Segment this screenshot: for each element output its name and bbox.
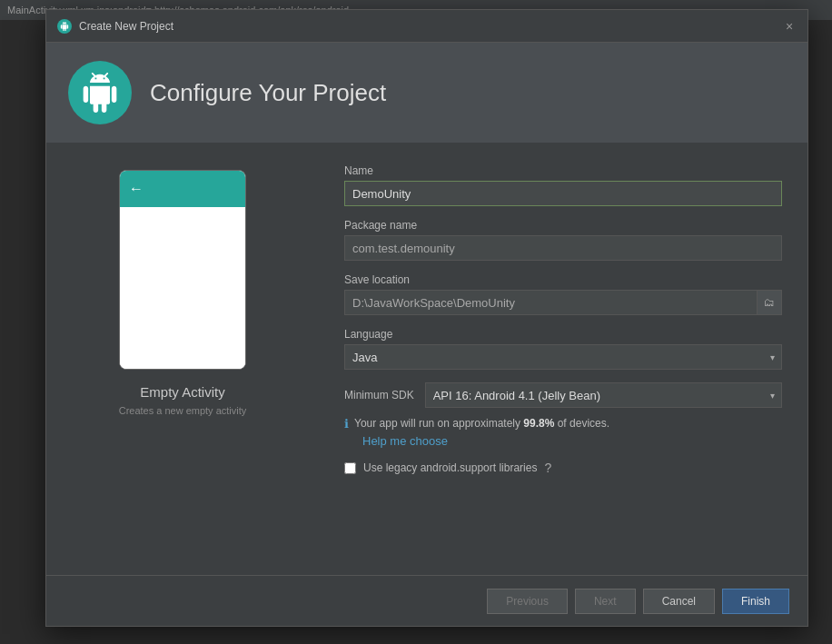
configure-title: Configure Your Project — [150, 79, 386, 107]
sdk-select-wrapper: API 16: Android 4.1 (Jelly Bean) API 21:… — [425, 382, 782, 408]
next-button[interactable]: Next — [575, 589, 636, 614]
phone-statusbar: ← — [120, 171, 245, 207]
name-group: Name — [344, 164, 782, 206]
info-text: Your app will run on approximately 99.8%… — [354, 417, 609, 430]
close-button[interactable]: × — [782, 19, 797, 34]
save-location-input[interactable] — [344, 290, 757, 315]
name-label: Name — [344, 164, 782, 177]
dialog-title: Create New Project — [79, 20, 173, 33]
activity-name: Empty Activity — [140, 384, 224, 400]
legacy-checkbox[interactable] — [344, 462, 356, 474]
dialog-titlebar: Create New Project × — [46, 10, 807, 43]
language-select-wrapper: Java Kotlin ▾ — [344, 344, 782, 370]
legacy-checkbox-label: Use legacy android.support libraries — [363, 461, 537, 474]
sdk-row: Minimum SDK API 16: Android 4.1 (Jelly B… — [344, 382, 782, 408]
name-input[interactable] — [344, 181, 782, 206]
activity-desc: Creates a new empty activity — [119, 405, 247, 416]
dialog-content: ← Empty Activity Creates a new empty act… — [46, 143, 807, 575]
package-group: Package name — [344, 219, 782, 261]
create-project-dialog: Create New Project × Configure Your Proj… — [45, 9, 808, 627]
save-location-field: 🗂 — [344, 290, 782, 315]
legacy-checkbox-row: Use legacy android.support libraries ? — [344, 461, 782, 475]
save-location-label: Save location — [344, 273, 782, 286]
legacy-help-icon[interactable]: ? — [544, 461, 551, 475]
right-panel: Name Package name Save location 🗂 — [319, 143, 807, 575]
help-me-choose-link[interactable]: Help me choose — [362, 434, 448, 448]
cancel-button[interactable]: Cancel — [643, 589, 715, 614]
language-select[interactable]: Java Kotlin — [344, 344, 782, 370]
dialog-header: Configure Your Project — [46, 43, 807, 143]
phone-preview: ← — [119, 170, 246, 370]
language-group: Language Java Kotlin ▾ — [344, 328, 782, 370]
sdk-label: Minimum SDK — [344, 389, 414, 401]
folder-icon: 🗂 — [764, 296, 775, 309]
info-row: ℹ Your app will run on approximately 99.… — [344, 417, 782, 431]
info-icon: ℹ — [344, 417, 349, 431]
android-logo — [68, 61, 132, 124]
previous-button[interactable]: Previous — [487, 589, 568, 614]
package-label: Package name — [344, 219, 782, 232]
browse-button[interactable]: 🗂 — [757, 290, 782, 315]
save-location-group: Save location 🗂 — [344, 273, 782, 315]
dialog-title-area: Create New Project — [57, 19, 173, 34]
back-arrow-icon: ← — [129, 181, 144, 197]
phone-content — [120, 207, 245, 369]
dialog-footer: Previous Next Cancel Finish — [46, 575, 807, 626]
language-label: Language — [344, 328, 782, 341]
package-input — [344, 235, 782, 261]
sdk-select[interactable]: API 16: Android 4.1 (Jelly Bean) API 21:… — [425, 382, 782, 408]
left-panel: ← Empty Activity Creates a new empty act… — [46, 143, 319, 575]
android-small-icon — [57, 19, 72, 34]
info-box: ℹ Your app will run on approximately 99.… — [344, 417, 782, 448]
finish-button[interactable]: Finish — [722, 589, 789, 614]
